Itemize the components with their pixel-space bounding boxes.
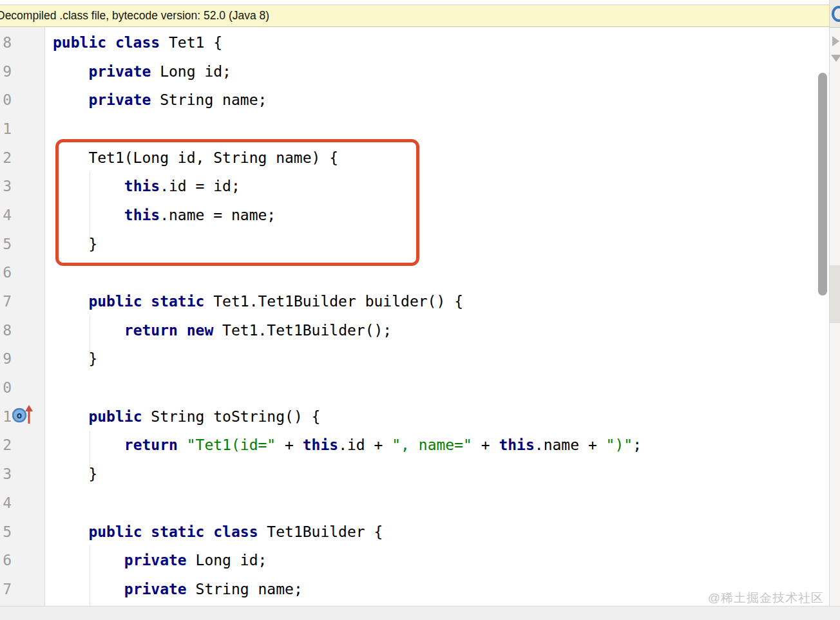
line-number[interactable]: 1 bbox=[0, 408, 12, 425]
code-row[interactable]: 0 bbox=[0, 373, 829, 402]
code-line-text: public class Tet1 { bbox=[53, 34, 222, 51]
code-line-text: public String toString() { bbox=[53, 408, 320, 425]
code-row[interactable]: 0 private String name; bbox=[0, 86, 829, 115]
code-row[interactable]: 9 } bbox=[0, 344, 829, 373]
bottom-scrollbar-track[interactable] bbox=[0, 606, 840, 620]
banner-text: Decompiled .class file, bytecode version… bbox=[0, 9, 269, 23]
expand-down-arrow-icon[interactable] bbox=[831, 55, 840, 62]
line-number[interactable]: 2 bbox=[0, 437, 12, 453]
code-row[interactable]: 7 private String name; bbox=[0, 575, 829, 604]
watermark-text: @稀土掘金技术社区 bbox=[708, 590, 824, 606]
code-row[interactable]: 3 } bbox=[0, 460, 829, 489]
code-row[interactable]: 4 bbox=[0, 489, 829, 518]
vertical-scrollbar-thumb[interactable] bbox=[818, 73, 827, 296]
code-row[interactable]: 5 } bbox=[0, 229, 829, 258]
code-line-text: public static class Tet1Builder { bbox=[53, 523, 383, 540]
code-line-text: this.name = name; bbox=[53, 207, 276, 223]
code-row[interactable]: 9 private Long id; bbox=[0, 57, 829, 86]
line-number[interactable]: 5 bbox=[0, 523, 12, 540]
code-row[interactable]: 2 Tet1(Long id, String name) { bbox=[0, 143, 829, 172]
line-number[interactable]: 4 bbox=[0, 207, 12, 223]
scrollbar-view-marker bbox=[830, 265, 840, 323]
decompiled-file-banner: Decompiled .class file, bytecode version… bbox=[0, 5, 829, 27]
line-number[interactable]: 7 bbox=[0, 293, 12, 310]
line-number[interactable]: 2 bbox=[0, 149, 12, 166]
line-number[interactable]: 4 bbox=[0, 494, 12, 511]
code-line-text: private String name; bbox=[53, 581, 303, 597]
line-number[interactable]: 6 bbox=[0, 264, 12, 281]
line-number[interactable]: 6 bbox=[0, 552, 12, 568]
line-number[interactable]: 9 bbox=[0, 63, 12, 80]
code-line-text: private Long id; bbox=[53, 552, 267, 568]
code-line-text: } bbox=[53, 465, 97, 482]
line-number[interactable]: 1 bbox=[0, 120, 12, 137]
right-panel-strip bbox=[829, 0, 840, 620]
code-line-text: return new Tet1.Tet1Builder(); bbox=[53, 322, 392, 339]
code-line-text: public static Tet1.Tet1Builder builder()… bbox=[53, 293, 463, 310]
code-row[interactable]: 1 public String toString() { bbox=[0, 402, 829, 431]
expand-right-arrow-icon[interactable] bbox=[832, 36, 839, 46]
line-number[interactable]: 9 bbox=[0, 350, 12, 367]
override-method-gutter-icon[interactable]: o bbox=[12, 404, 35, 427]
code-line-text: private String name; bbox=[53, 91, 267, 108]
code-line-text: private Long id; bbox=[53, 63, 231, 80]
line-number[interactable]: 8 bbox=[0, 322, 12, 339]
code-line-text: } bbox=[53, 236, 97, 252]
line-number[interactable]: 3 bbox=[0, 178, 12, 194]
code-row[interactable]: 6 private Long id; bbox=[0, 546, 829, 575]
svg-text:o: o bbox=[17, 410, 22, 420]
code-line-text: Tet1(Long id, String name) { bbox=[53, 149, 338, 166]
code-row[interactable]: 7 public static Tet1.Tet1Builder builder… bbox=[0, 287, 829, 316]
code-row[interactable]: 4 this.name = name; bbox=[0, 201, 829, 230]
code-row[interactable]: 1 bbox=[0, 115, 829, 144]
code-line-text: return "Tet1(id=" + this.id + ", name=" … bbox=[53, 437, 642, 453]
editor-code-area[interactable]: 8public class Tet1 {9 private Long id;0 … bbox=[0, 28, 829, 604]
code-row[interactable]: 8public class Tet1 { bbox=[0, 28, 829, 57]
code-line-text: this.id = id; bbox=[53, 178, 240, 194]
right-strip-header bbox=[830, 0, 840, 28]
code-row[interactable]: 5 public static class Tet1Builder { bbox=[0, 517, 829, 546]
line-number[interactable]: 3 bbox=[0, 465, 12, 482]
code-row[interactable]: 6 bbox=[0, 258, 829, 287]
line-number[interactable]: 5 bbox=[0, 236, 12, 252]
code-row[interactable]: 8 return new Tet1.Tet1Builder(); bbox=[0, 315, 829, 344]
line-number[interactable]: 0 bbox=[0, 379, 12, 396]
code-row[interactable]: 2 return "Tet1(id=" + this.id + ", name=… bbox=[0, 431, 829, 460]
line-number[interactable]: 0 bbox=[0, 91, 12, 108]
line-number[interactable]: 8 bbox=[0, 34, 12, 51]
code-line-text: } bbox=[53, 350, 97, 367]
code-row[interactable]: 3 this.id = id; bbox=[0, 172, 829, 201]
line-number[interactable]: 7 bbox=[0, 581, 12, 597]
notification-icon[interactable] bbox=[832, 6, 840, 22]
